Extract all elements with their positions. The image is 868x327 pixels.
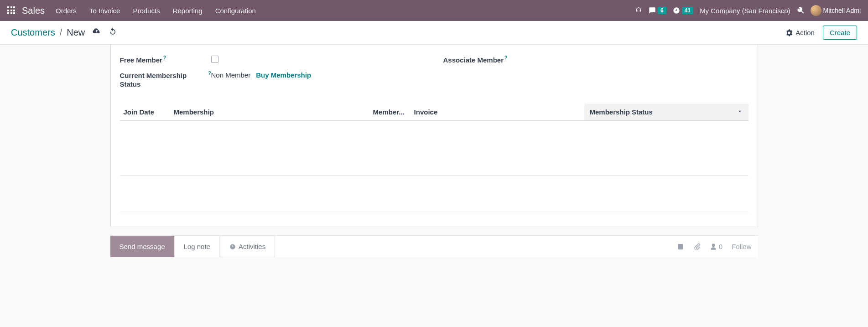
- username: Mitchell Admi: [823, 7, 861, 14]
- activities-tray[interactable]: 41: [673, 7, 693, 14]
- apps-icon[interactable]: [7, 6, 16, 15]
- send-message-button[interactable]: Send message: [110, 236, 175, 257]
- activities-label: Activities: [239, 243, 265, 250]
- table-row: [120, 194, 748, 212]
- control-bar: Customers / New Action Create: [0, 21, 868, 45]
- log-note-button[interactable]: Log note: [175, 236, 220, 257]
- th-status[interactable]: Membership Status: [584, 104, 748, 120]
- help-icon[interactable]: ?: [163, 55, 166, 61]
- discard-icon[interactable]: [109, 27, 117, 38]
- messages-tray[interactable]: 6: [649, 7, 666, 14]
- nav-products[interactable]: Products: [133, 7, 160, 15]
- book-icon[interactable]: [677, 243, 684, 250]
- help-icon[interactable]: ?: [504, 55, 507, 61]
- current-status-label: Current Membership Status ?: [120, 71, 211, 89]
- follow-button[interactable]: Follow: [732, 243, 751, 250]
- table-header: Join Date Membership Member... Invoice M…: [120, 104, 748, 121]
- nav-orders[interactable]: Orders: [56, 7, 77, 15]
- action-label: Action: [795, 29, 815, 36]
- th-membership[interactable]: Membership: [170, 108, 369, 116]
- buy-membership-button[interactable]: Buy Membership: [256, 71, 311, 79]
- form-sheet: Free Member ? Current Membership Status …: [110, 45, 758, 227]
- table-row: [120, 139, 748, 157]
- company-selector[interactable]: My Company (San Francisco): [700, 7, 790, 15]
- breadcrumb-current: New: [67, 27, 85, 38]
- th-join-date[interactable]: Join Date: [120, 108, 170, 116]
- associate-member-label: Associate Member ?: [443, 56, 535, 65]
- chevron-down-icon[interactable]: [737, 108, 743, 116]
- clock-icon: [229, 244, 236, 250]
- activities-button[interactable]: Activities: [220, 236, 275, 257]
- th-invoice[interactable]: Invoice: [411, 108, 584, 116]
- avatar: [811, 5, 821, 16]
- follower-count-value: 0: [719, 243, 722, 250]
- help-icon[interactable]: ?: [208, 70, 211, 76]
- tools-icon[interactable]: [797, 7, 804, 14]
- breadcrumb-parent[interactable]: Customers: [11, 27, 55, 38]
- table-row: [120, 176, 748, 194]
- phone-icon[interactable]: [635, 7, 642, 14]
- messages-badge: 6: [658, 7, 666, 14]
- breadcrumb-sep: /: [60, 27, 62, 38]
- action-dropdown[interactable]: Action: [785, 29, 815, 36]
- person-icon: [710, 243, 717, 250]
- free-member-checkbox[interactable]: [211, 56, 218, 63]
- th-member[interactable]: Member...: [369, 108, 411, 116]
- table-row: [120, 121, 748, 139]
- systray: 6 41 My Company (San Francisco) Mitchell…: [635, 5, 861, 16]
- top-navbar: Sales Orders To Invoice Products Reporti…: [0, 0, 868, 21]
- activities-badge: 41: [682, 7, 693, 14]
- membership-table: Join Date Membership Member... Invoice M…: [120, 104, 748, 212]
- cloud-save-icon[interactable]: [92, 27, 101, 38]
- attachment-icon[interactable]: [693, 243, 701, 250]
- breadcrumb: Customers / New: [11, 27, 117, 38]
- followers-count[interactable]: 0: [710, 243, 722, 250]
- table-row: [120, 157, 748, 176]
- th-status-label: Membership Status: [590, 108, 653, 116]
- free-member-label: Free Member ?: [120, 56, 211, 65]
- app-brand[interactable]: Sales: [22, 5, 45, 16]
- chatter: Send message Log note Activities 0 Follo…: [110, 235, 758, 257]
- current-status-value: Non Member: [211, 71, 251, 79]
- nav-configuration[interactable]: Configuration: [215, 7, 256, 15]
- nav-to-invoice[interactable]: To Invoice: [89, 7, 120, 15]
- user-menu[interactable]: Mitchell Admi: [811, 5, 861, 16]
- create-button[interactable]: Create: [823, 26, 857, 40]
- nav-reporting[interactable]: Reporting: [173, 7, 203, 15]
